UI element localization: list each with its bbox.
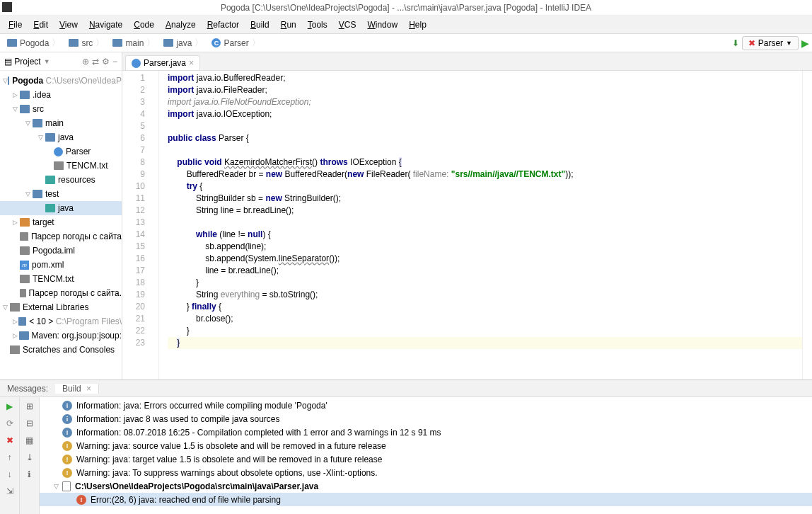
messages-toolbar2: ⊞ ⊟ ▦ ⤓ ℹ [20,397,40,514]
menu-tools[interactable]: Tools [302,20,333,30]
expand-button[interactable]: ⊞ [23,400,36,413]
message-row[interactable]: iInformation: java: Errors occurred whil… [40,399,812,412]
menu-run[interactable]: Run [275,20,302,30]
error-stripe[interactable] [802,71,812,379]
class-icon [132,59,141,68]
tab-parser[interactable]: Parser.java × [125,55,200,70]
message-row[interactable]: !Warning: java: target value 1.5 is obso… [40,452,812,466]
menu-help[interactable]: Help [403,20,432,30]
messages-tabs: Messages: Build × [0,380,812,397]
menu-build[interactable]: Build [245,20,275,30]
tree-java[interactable]: ▽java [0,130,122,144]
hide-icon[interactable]: − [112,57,117,67]
crumb-project[interactable]: Pogoda [3,37,64,49]
menu-refactor[interactable]: Refactor [202,20,245,30]
tree-tencm[interactable]: TENCM.txt [0,159,122,173]
tree-resources[interactable]: resources [0,173,122,187]
tree-scratches[interactable]: Scratches and Consoles [0,343,122,357]
tree-parser-class[interactable]: Parser [0,144,122,159]
menu-code[interactable]: Code [128,20,160,30]
messages-list[interactable]: iInformation: java: Errors occurred whil… [40,397,812,514]
tree-idea[interactable]: ▷.idea [0,88,122,102]
message-row[interactable]: !Warning: java: To suppress warnings abo… [40,466,812,479]
menu-file[interactable]: File [3,20,28,30]
nav-breadcrumbs: Pogoda src main java CParser ⬇ ✖ Parser … [0,34,812,52]
up-button[interactable]: ↑ [4,451,16,464]
messages-toolbar: ▶ ⟳ ✖ ↑ ↓ ⇲ [0,397,20,514]
window-title: Pogoda [C:\Users\One\IdeaProjects\Pogoda… [221,3,591,13]
close-icon[interactable]: × [84,384,91,394]
close-button[interactable]: ✖ [4,434,16,447]
menu-navigate[interactable]: Navigate [83,20,128,30]
code-editor[interactable]: 1234567891011121314151617181920212223 im… [122,71,812,379]
crumb-src[interactable]: src [64,37,108,49]
tree-iml[interactable]: Pogoda.iml [0,244,122,258]
fold-gutter[interactable] [151,71,159,379]
export-button[interactable]: ⇲ [4,485,16,498]
menu-edit[interactable]: Edit [28,20,54,30]
crumb-java[interactable]: java [159,37,207,49]
tree-doc2[interactable]: Парсер погоды с сайта. [0,286,122,300]
autoscroll-button[interactable]: ⤓ [23,451,36,464]
tree-doc1[interactable]: Парсер погоды с сайта [0,229,122,244]
collapse-icon[interactable]: ⊕ [82,57,89,67]
build-tab[interactable]: Build × [55,384,99,394]
collapse-button[interactable]: ⊟ [23,417,36,430]
tree-test[interactable]: ▽test [0,187,122,201]
close-tab-icon[interactable]: × [189,58,194,68]
tree-root[interactable]: ▽Pogoda C:\Users\One\IdeaP [0,74,122,88]
rerun-button[interactable]: ▶ [4,400,16,413]
run-button[interactable]: ▶ [801,38,809,49]
crumb-class[interactable]: CParser [207,37,264,49]
messages-label: Messages: [0,384,55,394]
message-row[interactable]: !Warning: java: source value 1.5 is obso… [40,439,812,452]
build-icon[interactable]: ⬇ [732,38,739,48]
titlebar: Pogoda [C:\Users\One\IdeaProjects\Pogoda… [0,0,812,16]
menu-analyze[interactable]: Analyze [160,20,202,30]
crumb-main[interactable]: main [108,37,159,49]
settings-icon[interactable]: ⇄ [92,57,99,67]
message-row[interactable]: iInformation: 08.07.2018 16:25 - Compila… [40,426,812,439]
down-button[interactable]: ↓ [4,468,16,481]
pin-button[interactable]: ℹ [23,468,36,481]
tree-pom[interactable]: mpom.xml [0,258,122,272]
tree-jdk[interactable]: ▷< 10 > C:\Program Files\ [0,314,122,329]
chevron-down-icon[interactable]: ▼ [44,58,50,65]
project-tree[interactable]: ▽Pogoda C:\Users\One\IdeaP ▷.idea ▽src ▽… [0,71,122,379]
code-body[interactable]: import java.io.BufferedReader;import jav… [159,71,802,379]
menubar: FileEditViewNavigateCodeAnalyzeRefactorB… [0,16,812,34]
message-row[interactable]: iInformation: javac 8 was used to compil… [40,412,812,426]
line-gutter: 1234567891011121314151617181920212223 [122,71,151,379]
error-marker-icon: ✖ [748,38,755,48]
project-tool-window: ▤ Project ▼ ⊕ ⇄ ⚙ − ▽Pogoda C:\Users\One… [0,52,122,379]
tree-tencm2[interactable]: TENCM.txt [0,272,122,286]
menu-vcs[interactable]: VCS [333,20,362,30]
tree-main[interactable]: ▽main [0,116,122,130]
tree-test-java[interactable]: java [0,201,122,215]
editor-tabs: Parser.java × [122,52,812,71]
message-row[interactable]: !Error:(28, 6) java: reached end of file… [40,493,812,506]
project-header: ▤ Project ▼ ⊕ ⇄ ⚙ − [0,52,122,71]
tree-maven[interactable]: ▷Maven: org.jsoup:jsoup: [0,329,122,343]
menu-window[interactable]: Window [361,20,403,30]
editor-area: Parser.java × 12345678910111213141516171… [122,52,812,379]
tree-target[interactable]: ▷target [0,215,122,229]
tree-src[interactable]: ▽src [0,102,122,116]
filter-button[interactable]: ▦ [23,434,36,447]
run-config-selector[interactable]: ✖ Parser ▼ [742,36,799,50]
message-row[interactable]: ▽C:\Users\One\IdeaProjects\Pogoda\src\ma… [40,479,812,493]
tree-ext-lib[interactable]: ▽External Libraries [0,300,122,314]
project-view-icon[interactable]: ▤ [4,57,12,67]
menu-view[interactable]: View [54,20,83,30]
app-icon [2,2,12,12]
stop-button[interactable]: ⟳ [4,417,16,430]
messages-panel: Messages: Build × ▶ ⟳ ✖ ↑ ↓ ⇲ ⊞ ⊟ ▦ ⤓ ℹ … [0,379,812,514]
chevron-down-icon: ▼ [786,40,792,47]
gear-icon[interactable]: ⚙ [102,57,110,67]
